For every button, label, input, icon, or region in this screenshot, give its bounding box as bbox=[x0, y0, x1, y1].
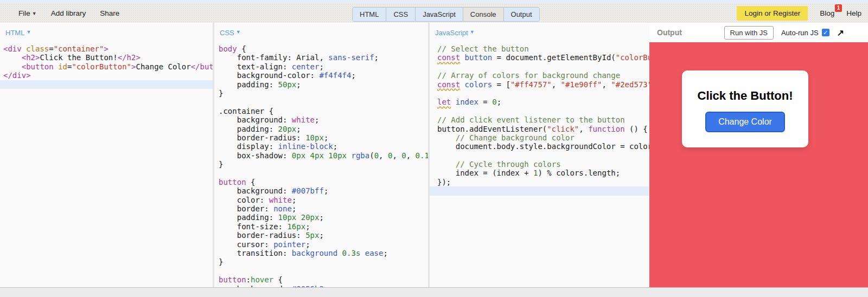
chevron-down-icon: ▼ bbox=[26, 29, 31, 35]
code-line: border: none; bbox=[219, 204, 428, 213]
blog-label: Blog bbox=[820, 9, 834, 17]
output-header: Output Run with JS Auto-run JS ✓ ↗ bbox=[649, 23, 868, 42]
share-button[interactable]: Share bbox=[100, 9, 119, 17]
code-line: // Select the button bbox=[437, 44, 649, 53]
chevron-down-icon: ▼ bbox=[470, 29, 475, 35]
css-panel-title: CSS bbox=[220, 29, 234, 37]
preview-heading: Click the Button! bbox=[682, 89, 808, 103]
js-panel-title: JavaScript bbox=[435, 29, 468, 37]
code-line bbox=[437, 62, 649, 71]
tab-javascript[interactable]: JavaScript bbox=[416, 8, 463, 21]
code-line: font-family: Arial, sans-serif; bbox=[219, 53, 428, 62]
run-with-js-button[interactable]: Run with JS bbox=[724, 26, 774, 40]
tab-css[interactable]: CSS bbox=[386, 8, 416, 21]
code-line bbox=[437, 151, 649, 160]
output-title: Output bbox=[657, 28, 682, 37]
code-line: .container { bbox=[219, 107, 428, 115]
tab-output[interactable]: Output bbox=[504, 8, 539, 21]
code-line: // Array of colors for background change bbox=[437, 71, 649, 80]
panel-toggle-tabs: HTMLCSSJavaScriptConsoleOutput bbox=[352, 7, 540, 22]
code-line: cursor: pointer; bbox=[219, 240, 428, 249]
preview-container-card: Click the Button! Change Color bbox=[682, 70, 808, 147]
code-line: // Add click event listener to the butto… bbox=[437, 115, 649, 124]
code-line: document.body.style.backgroundColor = co… bbox=[437, 142, 649, 151]
code-line: box-shadow: 0px 4px 10px rgba(0, 0, 0, 0… bbox=[219, 151, 428, 160]
toolbar: File▼ Add library Share HTMLCSSJavaScrip… bbox=[0, 3, 868, 23]
autorun-checkbox[interactable]: ✓ bbox=[822, 29, 829, 36]
code-line: } bbox=[219, 160, 428, 169]
js-panel-menu[interactable]: JavaScript▼ bbox=[430, 23, 649, 42]
code-line: const colors = ["#ff4757", "#1e90ff", "#… bbox=[437, 80, 649, 89]
chevron-down-icon: ▼ bbox=[32, 11, 37, 16]
css-editor-panel: CSS▼ body { font-family: Arial, sans-ser… bbox=[214, 23, 428, 288]
html-editor-panel: HTML▼ <div class="container"> <h2>Click … bbox=[0, 23, 213, 288]
file-menu[interactable]: File▼ bbox=[18, 9, 37, 17]
tab-console[interactable]: Console bbox=[463, 8, 504, 21]
code-line: button { bbox=[219, 178, 428, 186]
code-line: background: #007bff; bbox=[219, 186, 428, 195]
html-panel-menu[interactable]: HTML▼ bbox=[0, 23, 213, 42]
bottom-strip bbox=[0, 287, 868, 297]
autorun-label: Auto-run JS bbox=[781, 29, 819, 37]
code-line: border-radius: 10px; bbox=[219, 133, 428, 142]
html-panel-title: HTML bbox=[5, 29, 24, 37]
code-line: } bbox=[219, 257, 428, 266]
help-link[interactable]: Help bbox=[846, 9, 861, 17]
code-line: </div> bbox=[3, 71, 213, 80]
code-line bbox=[219, 98, 428, 106]
code-line: // Cycle through colors bbox=[437, 160, 649, 169]
blog-link[interactable]: Blog 1 bbox=[820, 9, 834, 17]
js-editor-panel: JavaScript▼ // Select the buttonconst bu… bbox=[430, 23, 649, 288]
code-line: // Change background color bbox=[437, 133, 649, 142]
js-code-editor[interactable]: // Select the buttonconst button = docum… bbox=[430, 42, 649, 288]
html-code-editor[interactable]: <div class="container"> <h2>Click the Bu… bbox=[0, 42, 213, 288]
code-line: const button = document.getElementById("… bbox=[437, 53, 649, 62]
active-line-highlight bbox=[430, 186, 649, 195]
code-line: body { bbox=[219, 44, 428, 53]
code-line: background: white; bbox=[219, 115, 428, 124]
active-line-highlight bbox=[0, 80, 213, 89]
code-line: button.addEventListener("click", functio… bbox=[437, 125, 649, 133]
code-line: <button id="colorButton">Change Color</b… bbox=[3, 62, 213, 71]
tab-html[interactable]: HTML bbox=[353, 8, 386, 21]
code-line bbox=[437, 107, 649, 115]
code-line: transition: background 0.3s ease; bbox=[219, 249, 428, 257]
output-panel: Output Run with JS Auto-run JS ✓ ↗ Click… bbox=[649, 23, 868, 288]
change-color-button[interactable]: Change Color bbox=[705, 112, 785, 132]
css-panel-menu[interactable]: CSS▼ bbox=[214, 23, 428, 42]
chevron-down-icon: ▼ bbox=[236, 29, 241, 35]
code-line: padding: 50px; bbox=[219, 80, 428, 89]
code-line: let index = 0; bbox=[437, 98, 649, 106]
autorun-control: Auto-run JS ✓ bbox=[781, 29, 829, 37]
code-line: }); bbox=[437, 178, 649, 186]
code-line: padding: 20px; bbox=[219, 125, 428, 133]
code-line: font-size: 16px; bbox=[219, 222, 428, 231]
code-line: <h2>Click the Button!</h2> bbox=[3, 53, 213, 62]
result-iframe: Click the Button! Change Color bbox=[649, 42, 868, 288]
toolbar-right-group: Login or Register Blog 1 Help bbox=[737, 3, 861, 23]
code-line: border-radius: 5px; bbox=[219, 231, 428, 240]
code-line: text-align: center; bbox=[219, 62, 428, 71]
code-line: padding: 10px 20px; bbox=[219, 213, 428, 222]
code-line: index = (index + 1) % colors.length; bbox=[437, 169, 649, 177]
code-line: } bbox=[219, 89, 428, 98]
blog-notification-badge: 1 bbox=[835, 4, 843, 12]
css-code-editor[interactable]: body { font-family: Arial, sans-serif; t… bbox=[214, 42, 428, 288]
code-line bbox=[219, 169, 428, 177]
code-line: button:hover { bbox=[219, 275, 428, 284]
code-line bbox=[437, 89, 649, 98]
code-line bbox=[219, 267, 428, 275]
code-line: <div class="container"> bbox=[3, 44, 213, 53]
code-line: display: inline-block; bbox=[219, 142, 428, 151]
code-line: background-color: #f4f4f4; bbox=[219, 71, 428, 80]
add-library-button[interactable]: Add library bbox=[51, 9, 86, 17]
code-line: color: white; bbox=[219, 196, 428, 204]
login-register-button[interactable]: Login or Register bbox=[737, 6, 808, 21]
toolbar-left-group: File▼ Add library Share bbox=[18, 3, 119, 23]
expand-result-icon[interactable]: ↗ bbox=[837, 28, 844, 38]
